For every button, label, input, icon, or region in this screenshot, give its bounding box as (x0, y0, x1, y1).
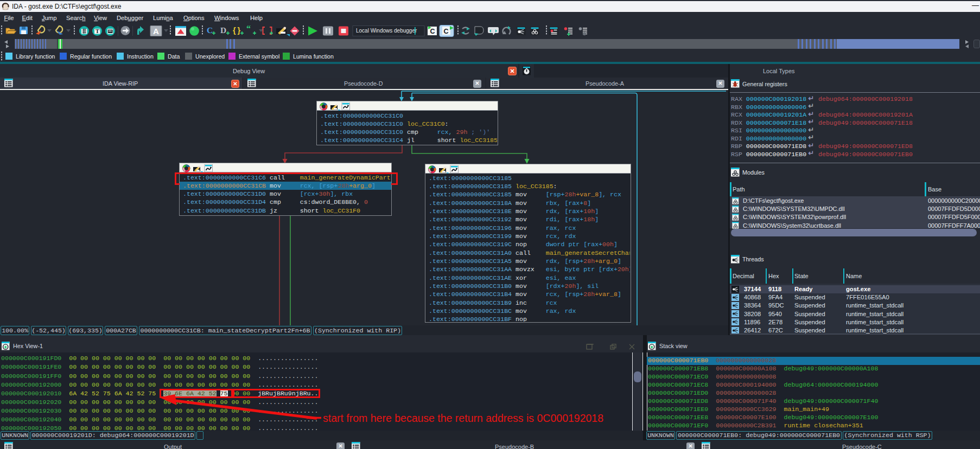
svg-text:C: C (207, 25, 213, 35)
svg-text:{ }: { } (233, 26, 241, 35)
svg-text:T: T (96, 28, 100, 34)
svg-text:D: D (220, 25, 226, 35)
svg-text:Local Windows debugger: Local Windows debugger (356, 28, 417, 34)
svg-text:“: “ (246, 24, 251, 33)
svg-text:C: C (430, 28, 435, 35)
svg-text:A: A (153, 27, 159, 36)
svg-text:C: C (443, 28, 448, 35)
